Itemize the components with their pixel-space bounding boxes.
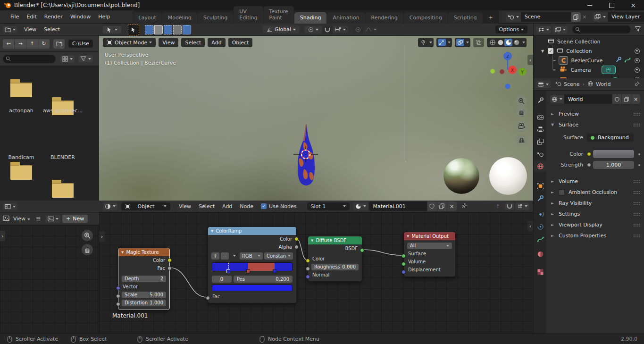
- tab-particles[interactable]: [534, 209, 547, 220]
- socket-scale-input[interactable]: [116, 294, 120, 298]
- folder-label[interactable]: aws sjconnec...: [42, 108, 84, 114]
- menu-file[interactable]: File: [7, 14, 23, 20]
- scale-field[interactable]: Scale5.000: [122, 292, 166, 298]
- hide-eye-toggle[interactable]: [635, 67, 640, 73]
- world-color-swatch[interactable]: [593, 150, 634, 158]
- socket-color-output[interactable]: [294, 237, 299, 241]
- tab-view-layer[interactable]: [534, 136, 547, 147]
- panel-surface[interactable]: ▼Surface: [546, 119, 644, 130]
- ramp-options-dropdown[interactable]: [230, 252, 238, 260]
- tab-scripting[interactable]: Scripting: [448, 12, 483, 24]
- display-mode-dropdown[interactable]: [60, 55, 75, 63]
- panel-ambient-occlusion[interactable]: ►Ambient Occlusion: [546, 187, 644, 198]
- output-target-dropdown[interactable]: All: [407, 243, 452, 249]
- tab-world[interactable]: [534, 160, 547, 172]
- collapse-triangle-icon[interactable]: ▼: [407, 235, 409, 238]
- tab-texture-paint[interactable]: Texture Paint: [264, 6, 294, 24]
- toolbar-toggle-arrow[interactable]: ›: [99, 231, 105, 242]
- material-preview-shading-button[interactable]: [504, 39, 512, 46]
- sidebar-toggle-arrow[interactable]: ‹: [527, 221, 533, 231]
- options-dropdown[interactable]: Options: [495, 25, 527, 34]
- zoom-view-button[interactable]: [516, 95, 527, 107]
- wireframe-shading-button[interactable]: [488, 39, 496, 46]
- pan-view-button[interactable]: [82, 244, 93, 255]
- mode-dropdown[interactable]: Object Mode: [103, 38, 156, 47]
- tab-shading[interactable]: Shading: [294, 12, 327, 24]
- nav-refresh-button[interactable]: ↻: [38, 39, 50, 49]
- color-mode-dropdown[interactable]: RGB: [240, 252, 263, 260]
- tab-render[interactable]: [534, 111, 547, 123]
- copy-scene-button[interactable]: [571, 12, 581, 22]
- tab-material[interactable]: [534, 248, 547, 260]
- tab-output[interactable]: [534, 124, 547, 135]
- go-parent-node-tree-button[interactable]: ↑: [496, 203, 500, 210]
- pin-button[interactable]: [461, 202, 468, 210]
- animate-decorator[interactable]: [638, 153, 640, 155]
- tab-texture[interactable]: [534, 266, 547, 277]
- hide-eye-toggle[interactable]: [635, 58, 640, 63]
- menu-edit[interactable]: Edit: [23, 14, 40, 20]
- tab-layout[interactable]: Layout: [133, 12, 161, 24]
- tab-animation[interactable]: Animation: [327, 12, 365, 24]
- tab-rendering[interactable]: Rendering: [366, 12, 403, 24]
- unlink-material-button[interactable]: ×: [447, 201, 457, 211]
- stop-index-field[interactable]: 0: [212, 276, 232, 283]
- socket-roughness-input[interactable]: [306, 267, 310, 271]
- use-nodes-checkbox[interactable]: ✓ Use Nodes: [261, 203, 297, 210]
- editor-type-shader-dropdown[interactable]: [103, 202, 117, 210]
- expand-triangle-icon[interactable]: ▼: [541, 49, 544, 53]
- world-name-field[interactable]: World: [564, 94, 612, 104]
- browse-material-dropdown[interactable]: [353, 202, 368, 210]
- surface-shader-dropdown[interactable]: Background: [587, 134, 634, 142]
- colorramp-gradient-bar[interactable]: [212, 262, 293, 271]
- nav-up-button[interactable]: ↑: [26, 39, 38, 49]
- tab-physics[interactable]: [534, 221, 547, 232]
- image-editor-canvas[interactable]: ›: [0, 225, 99, 334]
- stop-color-swatch[interactable]: [212, 285, 293, 291]
- distortion-field[interactable]: Distortion1.000: [122, 300, 166, 306]
- pin-id-button[interactable]: [634, 81, 640, 88]
- solid-shading-button[interactable]: [496, 39, 504, 46]
- proportional-edit-toggle[interactable]: [353, 26, 363, 34]
- socket-displacement-input[interactable]: [401, 270, 406, 274]
- browse-image-dropdown[interactable]: [46, 215, 60, 223]
- maximize-button[interactable]: [601, 0, 622, 10]
- socket-vector-input[interactable]: [116, 286, 120, 290]
- tab-object[interactable]: [534, 180, 547, 192]
- tab-modifiers[interactable]: [534, 193, 547, 204]
- outliner-filter-funnel-button[interactable]: [635, 26, 641, 33]
- panel-ray-visibility[interactable]: ►Ray Visibility: [546, 198, 644, 209]
- folder-item[interactable]: [10, 79, 32, 97]
- node-material-output[interactable]: ▼Material Output All Surface Volume Disp…: [403, 232, 456, 277]
- tab-compositing[interactable]: Compositing: [404, 12, 448, 24]
- outliner-row-scene-collection[interactable]: Scene Collection: [534, 37, 644, 46]
- snap-target-dropdown[interactable]: [304, 26, 322, 34]
- node-snap-toggle[interactable]: [505, 202, 514, 210]
- collapse-triangle-icon[interactable]: ▼: [121, 251, 124, 254]
- viewport-menu-object[interactable]: Object: [228, 38, 253, 47]
- viewport-3d[interactable]: Object Mode View Select Add Object: [99, 36, 533, 201]
- outliner-row-beziercurve[interactable]: ► BezierCurve: [534, 56, 644, 65]
- socket-fac-output[interactable]: [167, 266, 172, 270]
- browse-world-dropdown[interactable]: [550, 95, 564, 103]
- node-magic-texture[interactable]: ▼Magic Texture Color Fac Depth2 Vector S…: [118, 248, 170, 310]
- toggle-ortho-button[interactable]: [516, 134, 527, 146]
- copy-world-button[interactable]: [622, 94, 631, 104]
- hdri-preview-sphere[interactable]: [443, 158, 479, 194]
- collapse-triangle-icon[interactable]: ▼: [211, 229, 213, 233]
- editor-type-properties-dropdown[interactable]: [536, 81, 551, 88]
- panel-volume[interactable]: ►Volume: [546, 176, 644, 187]
- sidebar-toggle-arrow[interactable]: ‹: [527, 55, 533, 65]
- strength-slider[interactable]: 1.000: [593, 161, 634, 169]
- depth-field[interactable]: Depth2: [122, 276, 166, 282]
- socket-color-input[interactable]: [306, 259, 310, 263]
- scene-icon[interactable]: [506, 12, 521, 22]
- panel-custom-properties[interactable]: ►Custom Properties: [546, 230, 644, 241]
- active-tool-dropdown[interactable]: [103, 26, 121, 34]
- minimize-button[interactable]: [579, 0, 601, 10]
- modifier-wrench-icon[interactable]: [615, 57, 621, 64]
- show-gizmo-visibility-dropdown[interactable]: [418, 38, 434, 47]
- menu-render[interactable]: Render: [41, 14, 67, 20]
- ramp-stop-handle[interactable]: [273, 269, 276, 273]
- create-directory-button[interactable]: [53, 39, 65, 49]
